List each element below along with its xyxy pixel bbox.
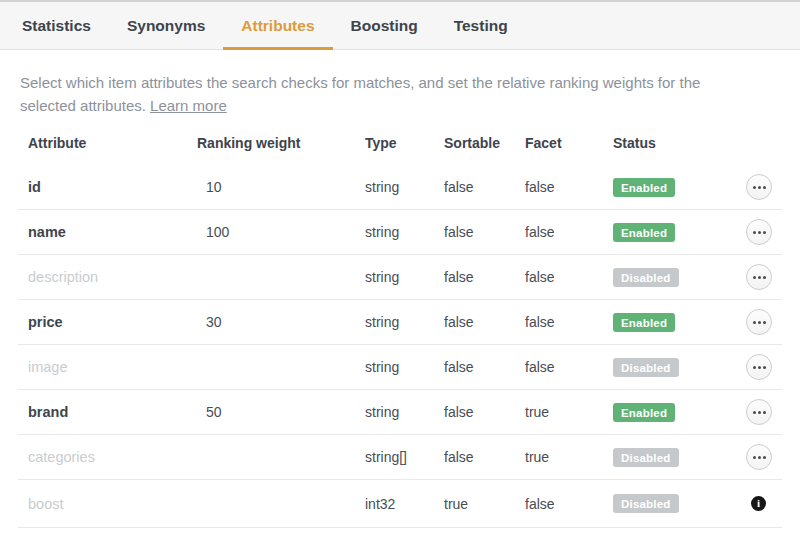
table-row: categories string[] false true Disabled … xyxy=(18,435,782,480)
status-badge: Disabled xyxy=(613,358,679,377)
sortable-value: false xyxy=(444,314,525,330)
header-attribute: Attribute xyxy=(28,135,197,151)
table-row: price 30 string false false Enabled i xyxy=(18,300,782,345)
tab-statistics[interactable]: Statistics xyxy=(4,2,109,49)
header-facet: Facet xyxy=(525,135,613,151)
facet-value: false xyxy=(525,269,613,285)
facet-value: true xyxy=(525,404,613,420)
status-badge: Enabled xyxy=(613,223,675,242)
ranking-weight-value: 30 xyxy=(197,314,365,330)
description-body: Select which item attributes the search … xyxy=(20,74,700,114)
status-badge: Enabled xyxy=(613,178,675,197)
type-value: string xyxy=(365,359,444,375)
table-row: boost int32 true false Disabled i xyxy=(18,480,782,528)
attribute-name: id xyxy=(28,179,197,195)
status-badge: Disabled xyxy=(613,268,679,287)
status-cell: Enabled xyxy=(613,178,705,197)
facet-value: false xyxy=(525,359,613,375)
actions-cell: i xyxy=(705,496,772,511)
ranking-weight-value: 50 xyxy=(197,404,365,420)
row-menu-button[interactable] xyxy=(746,309,772,335)
attribute-name: categories xyxy=(28,449,197,465)
attribute-name: brand xyxy=(28,404,197,420)
sortable-value: false xyxy=(444,269,525,285)
status-cell: Enabled xyxy=(613,313,705,332)
attribute-name: description xyxy=(28,269,197,285)
tab-boosting[interactable]: Boosting xyxy=(333,2,436,49)
table-header-row: Attribute Ranking weight Type Sortable F… xyxy=(18,121,782,165)
tab-bar: StatisticsSynonymsAttributesBoostingTest… xyxy=(0,0,800,50)
ranking-weight-value: 100 xyxy=(197,224,365,240)
row-menu-button[interactable] xyxy=(746,174,772,200)
status-badge: Disabled xyxy=(613,448,679,467)
table-row: name 100 string false false Enabled i xyxy=(18,210,782,255)
header-status: Status xyxy=(613,135,705,151)
table-row: id 10 string false false Enabled i xyxy=(18,165,782,210)
attribute-name: price xyxy=(28,314,197,330)
facet-value: false xyxy=(525,179,613,195)
header-sortable: Sortable xyxy=(444,135,525,151)
actions-cell: i xyxy=(705,264,772,290)
status-badge: Enabled xyxy=(613,313,675,332)
tab-attributes[interactable]: Attributes xyxy=(223,2,332,49)
sortable-value: true xyxy=(444,496,525,512)
actions-cell: i xyxy=(705,309,772,335)
header-type: Type xyxy=(365,135,444,151)
actions-cell: i xyxy=(705,399,772,425)
sortable-value: false xyxy=(444,179,525,195)
sortable-value: false xyxy=(444,404,525,420)
attribute-name: name xyxy=(28,224,197,240)
facet-value: false xyxy=(525,224,613,240)
table-row: image string false false Disabled i xyxy=(18,345,782,390)
status-cell: Enabled xyxy=(613,223,705,242)
sortable-value: false xyxy=(444,359,525,375)
actions-cell: i xyxy=(705,444,772,470)
table-row: brand 50 string false true Enabled i xyxy=(18,390,782,435)
type-value: string xyxy=(365,314,444,330)
info-icon[interactable]: i xyxy=(751,496,766,511)
attributes-table: Attribute Ranking weight Type Sortable F… xyxy=(18,121,782,528)
ranking-weight-value: 10 xyxy=(197,179,365,195)
status-badge: Enabled xyxy=(613,403,675,422)
status-cell: Disabled xyxy=(613,448,705,467)
attribute-name: boost xyxy=(28,496,197,512)
row-menu-button[interactable] xyxy=(746,264,772,290)
facet-value: false xyxy=(525,496,613,512)
type-value: int32 xyxy=(365,496,444,512)
table-row: description string false false Disabled … xyxy=(18,255,782,300)
type-value: string xyxy=(365,179,444,195)
type-value: string xyxy=(365,404,444,420)
type-value: string xyxy=(365,269,444,285)
type-value: string[] xyxy=(365,449,444,465)
header-ranking-weight: Ranking weight xyxy=(197,135,365,151)
facet-value: true xyxy=(525,449,613,465)
attribute-name: image xyxy=(28,359,197,375)
tab-synonyms[interactable]: Synonyms xyxy=(109,2,223,49)
actions-cell: i xyxy=(705,174,772,200)
row-menu-button[interactable] xyxy=(746,219,772,245)
learn-more-link[interactable]: Learn more xyxy=(150,97,227,114)
status-cell: Enabled xyxy=(613,403,705,422)
row-menu-button[interactable] xyxy=(746,399,772,425)
status-cell: Disabled xyxy=(613,494,705,513)
type-value: string xyxy=(365,224,444,240)
status-cell: Disabled xyxy=(613,358,705,377)
sortable-value: false xyxy=(444,449,525,465)
sortable-value: false xyxy=(444,224,525,240)
status-badge: Disabled xyxy=(613,494,679,513)
tab-testing[interactable]: Testing xyxy=(436,2,526,49)
status-cell: Disabled xyxy=(613,268,705,287)
row-menu-button[interactable] xyxy=(746,354,772,380)
actions-cell: i xyxy=(705,354,772,380)
row-menu-button[interactable] xyxy=(746,444,772,470)
description-text: Select which item attributes the search … xyxy=(20,71,750,117)
actions-cell: i xyxy=(705,219,772,245)
facet-value: false xyxy=(525,314,613,330)
